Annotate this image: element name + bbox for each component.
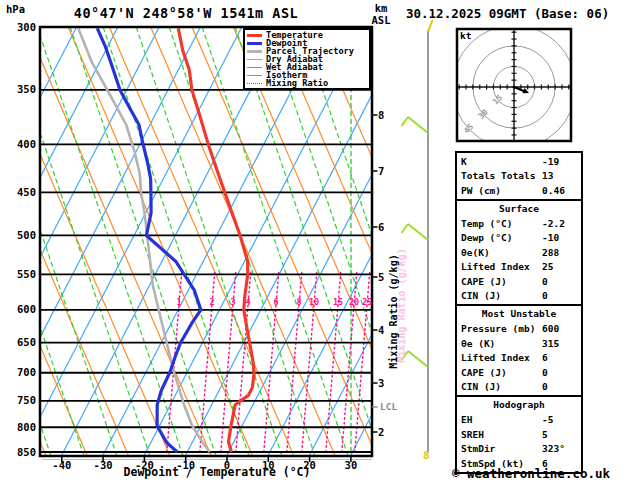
indices-table: K-19Totals Totals13PW (cm)0.46SurfaceTem… [455, 151, 583, 474]
pressure-tick-label: 550 [0, 268, 36, 280]
table-row: Lifted Index25 [457, 260, 581, 275]
pressure-tick-label: 600 [0, 303, 36, 315]
table-row: K-19 [457, 154, 581, 169]
table-row-label: Temp (°C) [461, 218, 542, 229]
table-row: Dewp (°C)-10 [457, 231, 581, 246]
legend-line-sample [247, 42, 262, 45]
table-row-label: EH [461, 414, 542, 425]
legend-item: Mixing Ratio [247, 79, 367, 87]
mixing-ratio-value-label: 6 [273, 297, 278, 307]
table-row-label: CAPE (J) [461, 367, 542, 378]
dewpoint-curve [97, 28, 201, 452]
table-row-value: 600 [542, 323, 577, 334]
table-section: HodographEH-5SREH5StmDir323°StmSpd (kt)6 [455, 395, 583, 474]
km-tick-label: 4 [378, 324, 384, 336]
pressure-tick-label: 750 [0, 394, 36, 406]
temperature-curve [178, 28, 254, 452]
table-row-value: 0 [542, 367, 577, 378]
legend-line-sample [247, 67, 262, 68]
table-row-value: 315 [542, 338, 577, 349]
mixing-ratio-value-label: 1 [176, 297, 181, 307]
pressure-tick-label: 450 [0, 186, 36, 198]
table-row-value: 0 [542, 290, 577, 301]
mixing-ratio-value-label: 4 [245, 297, 250, 307]
parcel-trajectory-curve [78, 28, 209, 452]
table-row-label: θe (K) [461, 338, 542, 349]
table-section: Most UnstablePressure (mb)600θe (K)315Li… [455, 304, 583, 397]
table-row: Pressure (mb)600 [457, 322, 581, 337]
km-asl-axis-title: km ASL [364, 2, 398, 26]
table-row: Totals Totals13 [457, 169, 581, 184]
table-row: StmDir323° [457, 442, 581, 457]
table-row-label: CIN (J) [461, 381, 542, 392]
legend-item: Temperature [247, 31, 367, 39]
table-row-value: 25 [542, 261, 577, 272]
legend-line-sample [247, 59, 262, 60]
table-row-value: 5 [542, 429, 577, 440]
table-row-label: CIN (J) [461, 290, 542, 301]
table-row-value: -2.2 [542, 218, 577, 229]
table-row: CAPE (J)0 [457, 274, 581, 289]
table-row: θe(K)288 [457, 245, 581, 260]
table-section-header: Surface [457, 202, 581, 217]
table-row-value: 0.46 [542, 185, 577, 196]
table-section: SurfaceTemp (°C)-2.2Dewp (°C)-10θe(K)288… [455, 199, 583, 307]
pressure-tick-label: 300 [0, 21, 36, 33]
pressure-unit-label: hPa [6, 3, 25, 15]
temp-tick-label: -10 [169, 459, 203, 471]
mixing-ratio-value-label: 10 [309, 297, 319, 307]
mixing-ratio-value-label: 3 [230, 297, 235, 307]
table-row-label: Dewp (°C) [461, 232, 542, 243]
mixing-ratio-value-label: 2 [209, 297, 214, 307]
temp-tick-label: -40 [45, 459, 79, 471]
table-row-value: 323° [542, 443, 577, 454]
copyright: © weatheronline.co.uk [452, 466, 610, 481]
table-row-value: -19 [542, 156, 577, 167]
km-tick-label: 6 [378, 221, 384, 233]
table-row-value: 13 [542, 170, 577, 181]
table-row: CIN (J)0 [457, 380, 581, 395]
mixing-axis-label: Mixing Ratio (g/kg) [388, 217, 399, 407]
temp-tick-label: 10 [251, 459, 285, 471]
table-row-value: 288 [542, 247, 577, 258]
datetime-label: 30.12.2025 09GMT (Base: 06) [406, 6, 609, 21]
legend-line-sample [247, 75, 262, 76]
station-title: 40°47'N 248°58'W 1541m ASL [40, 5, 332, 21]
pressure-tick-label: 400 [0, 138, 36, 150]
table-row: θe (K)315 [457, 336, 581, 351]
table-row-label: θe(K) [461, 247, 542, 258]
table-row: PW (cm)0.46 [457, 183, 581, 198]
table-section-header: Most Unstable [457, 307, 581, 322]
table-row-label: Pressure (mb) [461, 323, 542, 334]
hodograph-unit-label: kt [460, 30, 471, 41]
temp-tick-label: 20 [293, 459, 327, 471]
legend-line-sample [247, 34, 262, 37]
legend-item-label: Mixing Ratio [266, 79, 328, 87]
legend-line-sample [247, 83, 262, 84]
table-row-value: 6 [542, 352, 577, 363]
mixing-ratio-value-label: 15 [333, 297, 343, 307]
lcl-label: LCL [380, 401, 397, 412]
pressure-tick-label: 800 [0, 421, 36, 433]
legend: TemperatureDewpointParcel TrajectoryDry … [243, 28, 371, 90]
temp-tick-label: 0 [210, 459, 244, 471]
temp-tick-label: 30 [334, 459, 368, 471]
hodograph: 153045 [452, 25, 575, 148]
table-row: SREH5 [457, 427, 581, 442]
asl-label: ASL [364, 14, 398, 26]
pressure-tick-label: 650 [0, 336, 36, 348]
km-tick-label: 3 [378, 377, 384, 389]
table-row-label: Totals Totals [461, 170, 542, 181]
table-section: K-19Totals Totals13PW (cm)0.46 [455, 151, 583, 201]
table-row-label: K [461, 156, 542, 167]
table-row-value: 0 [542, 276, 577, 287]
table-row-label: Lifted Index [461, 261, 542, 272]
table-row: Lifted Index6 [457, 351, 581, 366]
table-row: CAPE (J)0 [457, 365, 581, 380]
sounding-screenshot: 153045 hPa 40°47'N 248°58'W 1541m ASL km… [0, 0, 629, 486]
wind-staff-bottom-label: 8 [423, 449, 430, 462]
table-row-label: SREH [461, 429, 542, 440]
km-tick-label: 2 [378, 426, 384, 438]
pressure-tick-label: 850 [0, 446, 36, 458]
legend-item: Wet Adiabat [247, 63, 367, 71]
